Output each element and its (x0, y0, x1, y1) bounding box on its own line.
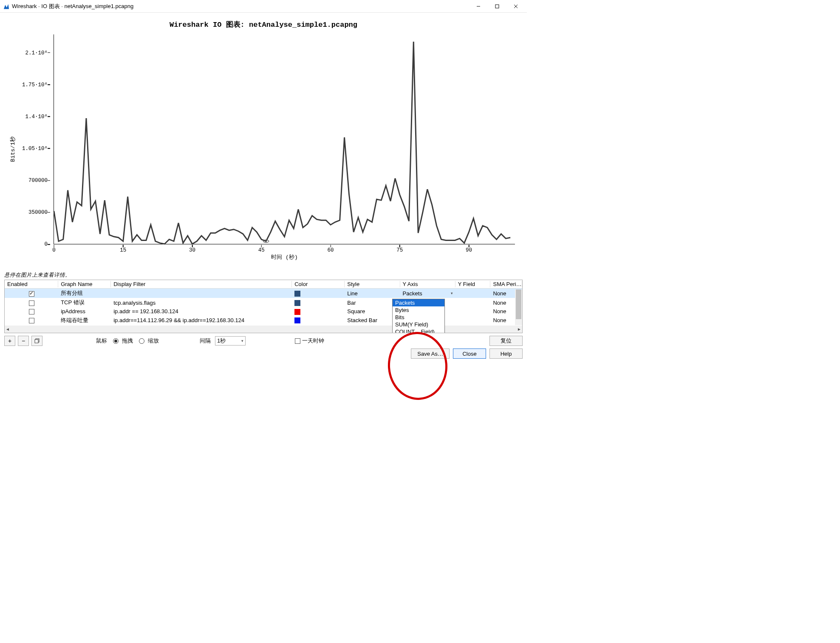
color-swatch[interactable] (294, 300, 300, 306)
y-tick: 0 (6, 241, 54, 247)
minimize-button[interactable] (469, 0, 488, 12)
dropdown-option[interactable]: COUNT ...Field) (393, 328, 444, 333)
tod-label[interactable]: 一天时钟 (302, 337, 324, 344)
yfield-cell[interactable] (455, 298, 491, 307)
color-swatch[interactable] (294, 309, 300, 315)
plot-canvas[interactable]: 时间 (秒) 0153045607590 (54, 34, 515, 244)
yaxis-cell[interactable]: Packets▾ (400, 289, 455, 298)
titlebar[interactable]: Wireshark · IO 图表 · netAnalyse_simple1.p… (0, 0, 527, 13)
drag-label[interactable]: 拖拽 (122, 337, 133, 345)
x-tick: 75 (396, 247, 403, 253)
display-filter-cell[interactable]: ip.addr == 192.168.30.124 (111, 307, 292, 316)
dropdown-option[interactable]: SUM(Y Field) (393, 321, 444, 328)
enabled-checkbox[interactable] (29, 300, 34, 306)
graph-name-cell[interactable]: TCP 错误 (58, 298, 111, 307)
display-filter-cell[interactable] (111, 289, 292, 298)
enabled-checkbox[interactable] (29, 309, 34, 314)
drag-radio[interactable] (113, 338, 119, 344)
x-tick: 30 (189, 247, 195, 253)
yfield-cell[interactable] (455, 307, 491, 316)
color-swatch[interactable] (294, 291, 300, 297)
chart-box[interactable]: Bits/1秒 时间 (秒) 0153045607590 03500007000… (6, 30, 521, 268)
enabled-checkbox[interactable] (29, 291, 34, 297)
table-row[interactable]: 所有分组LinePackets▾None (5, 289, 522, 298)
interval-select[interactable]: 1秒▾ (215, 336, 246, 346)
svg-rect-6 (35, 340, 38, 343)
chevron-down-icon: ▾ (451, 291, 453, 295)
copy-graph-button[interactable] (31, 336, 42, 346)
table-vscrollbar[interactable] (515, 289, 522, 325)
x-tick: 0 (52, 247, 56, 253)
x-tick: 45 (258, 247, 265, 253)
y-tick: 1.75·10⁶ (6, 81, 54, 88)
display-filter-cell[interactable]: tcp.analysis.flags (111, 298, 292, 307)
table-header-row[interactable]: Enabled Graph Name Display Filter Color … (5, 280, 522, 289)
y-tick: 350000 (6, 210, 54, 215)
graph-name-cell[interactable]: ipAddress (58, 307, 111, 316)
x-tick: 90 (466, 247, 472, 253)
add-graph-button[interactable]: + (4, 336, 15, 346)
col-style[interactable]: Style (345, 280, 400, 289)
chart-area: Wireshark IO 图表: netAnalyse_simple1.pcap… (0, 13, 527, 270)
y-tick: 2.1·10⁶ (6, 49, 54, 56)
col-color[interactable]: Color (292, 280, 345, 289)
y-tick: 1.05·10⁶ (6, 145, 54, 152)
interval-label: 间隔 (200, 337, 211, 345)
toolbar: + − 鼠标 拖拽 缩放 间隔 1秒▾ 一天时钟 复位 (0, 333, 527, 348)
window: Wireshark · IO 图表 · netAnalyse_simple1.p… (0, 0, 527, 363)
x-tick: 60 (327, 247, 334, 253)
style-cell[interactable]: Line (345, 289, 400, 298)
y-tick: 1.4·10⁶ (6, 113, 54, 120)
dropdown-option[interactable]: Bits (393, 314, 444, 321)
dropdown-option[interactable]: Packets (393, 299, 444, 306)
zoom-radio[interactable] (139, 338, 144, 344)
x-tick: 15 (120, 247, 126, 253)
plot-svg (54, 34, 515, 244)
chevron-down-icon: ▾ (241, 339, 243, 343)
help-button[interactable]: Help (489, 348, 523, 359)
tod-checkbox[interactable] (295, 338, 300, 344)
window-title: Wireshark · IO 图表 · netAnalyse_simple1.p… (12, 3, 469, 10)
graph-name-cell[interactable]: 终端吞吐量 (58, 316, 111, 325)
col-sma[interactable]: SMA Peri… (490, 280, 522, 289)
style-cell[interactable]: Square (345, 307, 400, 316)
remove-graph-button[interactable]: − (18, 336, 29, 346)
style-cell[interactable]: Stacked Bar (345, 316, 400, 325)
col-name[interactable]: Graph Name (58, 280, 111, 289)
yfield-cell[interactable] (455, 316, 491, 325)
y-tick: 700000 (6, 178, 54, 184)
color-swatch[interactable] (294, 317, 300, 323)
zoom-label[interactable]: 缩放 (148, 337, 159, 345)
display-filter-cell[interactable]: ip.addr==114.112.96.29 && ip.addr==192.1… (111, 316, 292, 325)
col-yfield[interactable]: Y Field (455, 280, 491, 289)
mouse-label: 鼠标 (96, 337, 107, 345)
save-as-button[interactable]: Save As… (411, 348, 450, 359)
style-cell[interactable]: Bar (345, 298, 400, 307)
close-button[interactable] (506, 0, 525, 12)
col-yaxis[interactable]: Y Axis (400, 280, 455, 289)
col-enabled[interactable]: Enabled (5, 280, 58, 289)
svg-rect-1 (495, 5, 499, 8)
enabled-checkbox[interactable] (29, 318, 34, 323)
dropdown-option[interactable]: Bytes (393, 306, 444, 314)
col-filter[interactable]: Display Filter (111, 280, 292, 289)
chart-title: Wireshark IO 图表: netAnalyse_simple1.pcap… (6, 20, 521, 29)
graph-name-cell[interactable]: 所有分组 (58, 289, 111, 298)
yfield-cell[interactable] (455, 289, 491, 298)
bottom-button-row: Save As… Close Help (0, 348, 527, 363)
reset-button[interactable]: 复位 (489, 336, 523, 346)
close-dialog-button[interactable]: Close (453, 348, 486, 359)
wireshark-logo-icon (3, 3, 9, 9)
x-axis-label: 时间 (秒) (271, 253, 297, 261)
maximize-button[interactable] (488, 0, 506, 12)
hover-hint: 悬停在图片上来查看详情。 (0, 270, 527, 280)
graph-table[interactable]: Enabled Graph Name Display Filter Color … (4, 280, 523, 333)
copy-icon (34, 338, 40, 344)
yaxis-dropdown[interactable]: PacketsBytesBitsSUM(Y Field)COUNT ...Fie… (392, 299, 445, 333)
